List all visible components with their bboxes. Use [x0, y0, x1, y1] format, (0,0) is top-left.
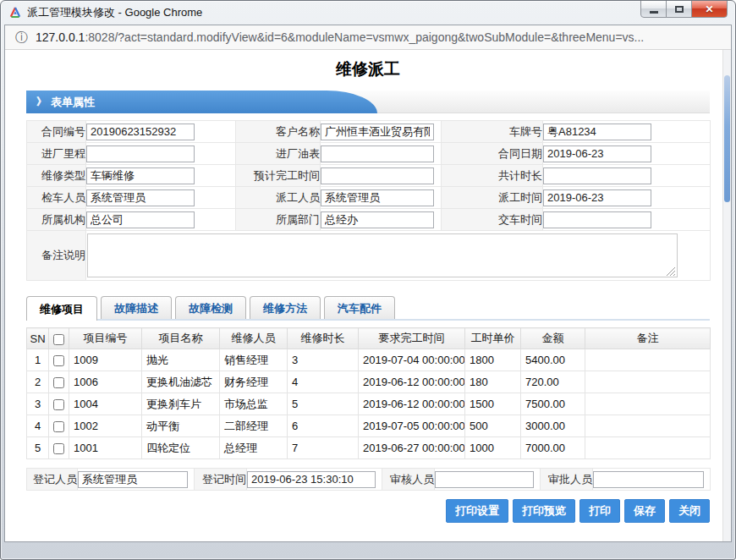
url-host: 127.0.0.1 — [36, 30, 85, 44]
page-info-icon[interactable]: ⓘ — [15, 30, 28, 46]
reg-time-field[interactable] — [247, 471, 376, 488]
cell-person: 销售经理 — [220, 349, 288, 371]
print-button[interactable]: 打印 — [579, 499, 620, 523]
organization-field[interactable] — [86, 211, 195, 228]
form-remark-row: 备注说明 — [27, 231, 711, 281]
cell-remark — [585, 415, 711, 437]
col-price: 工时单价 — [465, 328, 521, 349]
tab-fault-detection[interactable]: 故障检测 — [175, 296, 246, 319]
window-titlebar: 派工管理模块修改 - Google Chrome ✕ — [1, 1, 735, 25]
cell-price: 1500 — [465, 393, 521, 415]
dispatch-time-label: 派工时间 — [442, 187, 543, 209]
cell-item-code: 1001 — [69, 437, 142, 459]
contract-date-field[interactable] — [543, 145, 651, 162]
row-select-checkbox[interactable] — [53, 377, 64, 388]
cell-remark — [585, 437, 711, 459]
delivery-time-field[interactable] — [543, 211, 651, 228]
reviewer-field[interactable] — [435, 471, 534, 488]
dispatcher-field[interactable] — [321, 189, 434, 206]
row-select-checkbox[interactable] — [53, 355, 64, 366]
section-header-tab: 》 表单属性 — [26, 91, 377, 113]
cell-item-name: 抛光 — [142, 349, 220, 371]
footer-row: 登记人员 登记时间 审核人员 审批人员 — [27, 469, 711, 491]
cell-amount: 7000.00 — [521, 437, 585, 459]
tab-auto-parts[interactable]: 汽车配件 — [324, 296, 395, 319]
cell-person: 市场总监 — [220, 393, 288, 415]
close-button[interactable]: 关闭 — [669, 499, 710, 523]
cell-item-code: 1006 — [69, 371, 142, 393]
tab-repair-items[interactable]: 维修项目 — [26, 296, 97, 321]
expected-finish-label: 预计完工时间 — [236, 165, 321, 187]
page-title: 维修派工 — [26, 58, 710, 80]
contract-no-field[interactable] — [86, 124, 195, 140]
approver-field[interactable] — [593, 471, 704, 488]
section-title: 表单属性 — [51, 95, 95, 110]
cell-amount: 3000.00 — [521, 415, 585, 437]
row-select-checkbox[interactable] — [53, 399, 64, 410]
expected-finish-field[interactable] — [321, 167, 434, 184]
cell-item-code: 1004 — [69, 393, 142, 415]
registrar-label: 登记人员 — [27, 469, 78, 491]
row-select-checkbox[interactable] — [53, 421, 64, 432]
remark-textarea[interactable] — [87, 233, 678, 277]
inspector-label: 检车人员 — [27, 187, 86, 209]
registrar-field[interactable] — [78, 471, 188, 488]
window-title: 派工管理模块修改 - Google Chrome — [27, 5, 202, 20]
mileage-field[interactable] — [86, 145, 195, 162]
cell-remark — [585, 393, 711, 415]
cell-sn: 2 — [27, 371, 49, 393]
cell-price: 180 — [465, 371, 521, 393]
minimize-button[interactable] — [640, 0, 667, 18]
textarea-resize-grip-icon[interactable] — [667, 267, 675, 276]
fuel-label: 进厂油表 — [236, 143, 321, 165]
page-content: 维修派工 》 表单属性 合同编号 客户名 — [5, 50, 722, 541]
dispatcher-label: 派工人员 — [236, 187, 321, 209]
plate-field[interactable] — [543, 124, 651, 140]
cell-amount: 720.00 — [521, 371, 585, 393]
form-row: 进厂里程 进厂油表 合同日期 — [27, 143, 711, 165]
table-header-row: SN 项目编号 项目名称 维修人员 维修时长 要求完工时间 工时单价 金额 备注 — [27, 328, 711, 349]
dispatch-time-field[interactable] — [543, 189, 651, 206]
form-row: 维修类型 预计完工时间 共计时长 — [27, 165, 711, 187]
fuel-field[interactable] — [321, 145, 434, 162]
col-person: 维修人员 — [220, 328, 288, 349]
cell-item-name: 四轮定位 — [142, 437, 220, 459]
tab-repair-method[interactable]: 维修方法 — [250, 296, 321, 319]
cell-deadline: 2019-06-27 00:00:00 — [359, 437, 465, 459]
cell-hours: 4 — [288, 371, 359, 393]
close-window-button[interactable]: ✕ — [691, 0, 728, 18]
detail-tabs: 维修项目 故障描述 故障检测 维修方法 汽车配件 — [26, 296, 710, 321]
vertical-scrollbar[interactable] — [722, 50, 731, 541]
cell-amount: 5400.00 — [521, 349, 585, 371]
table-row: 1 1009 抛光 销售经理 3 2019-07-04 00:00:00 180… — [27, 349, 711, 371]
mileage-label: 进厂里程 — [27, 143, 86, 165]
url-text[interactable]: 127.0.0.1:8028/?act=standard.modifyView&… — [36, 30, 644, 44]
total-hours-field[interactable] — [543, 167, 651, 184]
repair-type-field[interactable] — [86, 167, 195, 184]
cell-person: 财务经理 — [220, 371, 288, 393]
customer-field[interactable] — [321, 124, 434, 140]
cell-deadline: 2019-07-05 00:00:00 — [359, 415, 465, 437]
print-preview-button[interactable]: 打印预览 — [513, 499, 575, 523]
col-item-name: 项目名称 — [142, 328, 220, 349]
row-select-checkbox[interactable] — [53, 443, 64, 454]
print-settings-button[interactable]: 打印设置 — [446, 499, 508, 523]
scrollbar-thumb[interactable] — [724, 75, 730, 202]
cell-amount: 7500.00 — [521, 393, 585, 415]
total-hours-label: 共计时长 — [442, 165, 543, 187]
select-all-checkbox[interactable] — [53, 334, 64, 345]
cell-hours: 6 — [288, 415, 359, 437]
save-button[interactable]: 保存 — [624, 499, 665, 523]
inspector-field[interactable] — [86, 189, 195, 206]
table-row: 5 1001 四轮定位 总经理 7 2019-06-27 00:00:00 10… — [27, 437, 711, 459]
cell-remark — [585, 371, 711, 393]
form-row: 检车人员 派工人员 派工时间 — [27, 187, 711, 209]
repair-items-table: SN 项目编号 项目名称 维修人员 维修时长 要求完工时间 工时单价 金额 备注… — [26, 327, 711, 459]
tab-fault-description[interactable]: 故障描述 — [101, 296, 172, 319]
organization-label: 所属机构 — [27, 209, 86, 231]
cell-item-name: 动平衡 — [142, 415, 220, 437]
department-field[interactable] — [321, 211, 434, 228]
maximize-button[interactable] — [666, 0, 692, 18]
cell-sn: 3 — [27, 393, 49, 415]
cell-price: 1800 — [465, 349, 521, 371]
